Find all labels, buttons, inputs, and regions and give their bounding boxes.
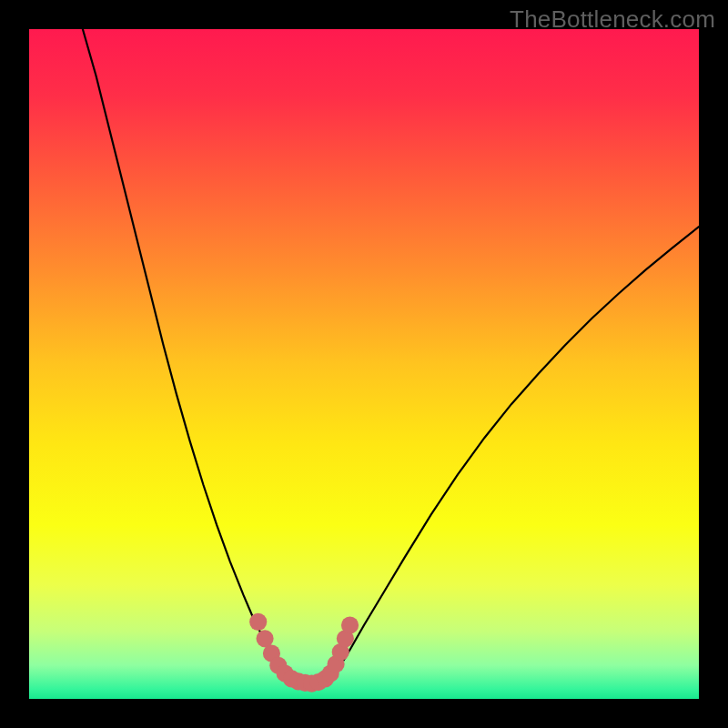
valley-dots bbox=[249, 613, 359, 693]
curve-left-branch bbox=[83, 29, 330, 684]
plot-area bbox=[29, 29, 699, 699]
valley-dot bbox=[249, 613, 267, 631]
curve-layer bbox=[29, 29, 699, 699]
chart-frame: TheBottleneck.com bbox=[0, 0, 728, 728]
curve-right-branch bbox=[290, 227, 699, 684]
valley-dot bbox=[341, 616, 359, 633]
